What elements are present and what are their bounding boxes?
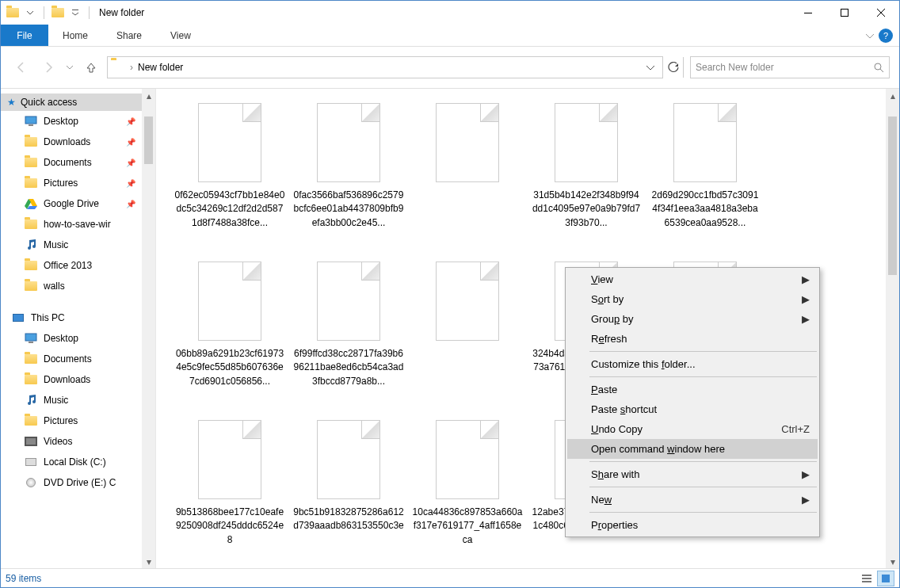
content-scrollbar[interactable]: ▴ ▾	[886, 89, 899, 568]
svg-point-3	[875, 63, 881, 70]
help-icon[interactable]: ?	[879, 29, 893, 43]
sidebar-item-downloads[interactable]: Downloads	[1, 369, 142, 390]
sidebar-item-google-drive[interactable]: Google Drive📌	[1, 193, 142, 214]
this-pc-header[interactable]: This PC	[1, 307, 142, 328]
menu-item-new[interactable]: New▶	[567, 490, 818, 510]
file-item[interactable]: 0fac3566baf536896c2579bcfc6ee01ab4437809…	[289, 97, 408, 255]
sidebar-item-downloads[interactable]: Downloads📌	[1, 132, 142, 152]
search-box[interactable]	[690, 56, 890, 78]
chevron-right-icon[interactable]: ›	[127, 62, 136, 73]
file-icon	[555, 103, 618, 182]
sidebar-item-dvd-drive-e-c[interactable]: DVD Drive (E:) C	[1, 472, 142, 493]
file-item[interactable]: 31d5b4b142e2f348b9f94dd1c4095e97e0a9b79f…	[527, 97, 646, 255]
new-folder-icon[interactable]	[51, 6, 65, 20]
pin-icon: 📌	[126, 117, 135, 126]
minimize-button[interactable]	[790, 1, 826, 25]
qat-dropdown2-icon[interactable]	[68, 6, 82, 20]
statusbar: 59 items	[1, 568, 899, 587]
scroll-thumb[interactable]	[144, 116, 153, 164]
recent-dropdown-icon[interactable]	[64, 56, 75, 78]
address-segment[interactable]: New folder	[136, 62, 185, 73]
menu-item-customize-this-folder-[interactable]: Customize this folder...	[567, 354, 818, 374]
sidebar-scrollbar[interactable]: ▴ ▾	[142, 89, 155, 568]
file-item[interactable]: 9bc51b91832875286a612d739aaadb863153550c…	[289, 414, 408, 568]
scroll-thumb[interactable]	[888, 116, 897, 275]
forward-button[interactable]	[37, 56, 59, 78]
scroll-down-icon[interactable]: ▾	[886, 555, 899, 568]
details-view-button[interactable]	[858, 571, 875, 586]
app-icon	[6, 6, 20, 20]
menu-item-undo-copy[interactable]: Undo CopyCtrl+Z	[567, 419, 818, 439]
tab-view[interactable]: View	[156, 25, 205, 46]
sidebar-item-pictures[interactable]: Pictures	[1, 410, 142, 431]
icons-view-button[interactable]	[877, 571, 894, 586]
sidebar-item-videos[interactable]: Videos	[1, 431, 142, 452]
menu-item-sort-by[interactable]: Sort by▶	[567, 289, 818, 309]
search-icon[interactable]	[873, 62, 884, 73]
sidebar-item-how-to-save-wir[interactable]: how-to-save-wir	[1, 214, 142, 235]
search-input[interactable]	[696, 62, 873, 73]
sidebar-item-office-2013[interactable]: Office 2013	[1, 255, 142, 276]
item-icon	[25, 476, 37, 489]
sidebar-item-documents[interactable]: Documents📌	[1, 152, 142, 173]
item-icon	[25, 177, 37, 189]
tab-share[interactable]: Share	[102, 25, 156, 46]
menu-item-properties[interactable]: Properties	[567, 515, 818, 535]
file-item[interactable]: 06bb89a6291b23cf619734e5c9fec55d85b60763…	[170, 255, 289, 414]
up-button[interactable]	[80, 56, 102, 78]
submenu-arrow-icon: ▶	[802, 468, 810, 480]
item-icon	[25, 373, 37, 386]
context-menu: View▶Sort by▶Group by▶RefreshCustomize t…	[565, 267, 820, 537]
sidebar-item-music[interactable]: Music	[1, 235, 142, 255]
submenu-arrow-icon: ▶	[802, 494, 810, 506]
address-history-icon[interactable]	[642, 63, 659, 71]
item-icon	[25, 115, 37, 128]
quick-access-header[interactable]: ★Quick access	[1, 94, 142, 111]
menu-item-share-with[interactable]: Share with▶	[567, 464, 818, 484]
menu-item-group-by[interactable]: Group by▶	[567, 309, 818, 329]
item-icon	[25, 259, 37, 272]
menu-item-paste[interactable]: Paste	[567, 380, 818, 399]
file-item[interactable]: 10ca44836c897853a660af317e7619177_4aff16…	[408, 414, 527, 568]
menu-item-refresh[interactable]: Refresh	[567, 329, 818, 349]
sidebar-item-music[interactable]: Music	[1, 390, 142, 410]
sidebar-item-label: Documents	[44, 157, 92, 168]
menu-item-paste-shortcut[interactable]: Paste shortcut	[567, 399, 818, 419]
file-item[interactable]: 0f62ec05943cf7bb1e84e0dc5c34269c12df2d2d…	[170, 97, 289, 255]
tab-home[interactable]: Home	[48, 25, 102, 46]
file-tab[interactable]: File	[1, 25, 48, 46]
back-button[interactable]	[10, 56, 32, 78]
window-title: New folder	[99, 7, 144, 18]
scroll-down-icon[interactable]: ▾	[142, 555, 155, 568]
file-item[interactable]: 2d69d290cc1fbd57c30914f34f1eea3aa4818a3e…	[646, 97, 765, 255]
file-item[interactable]: 9b513868bee177c10eafe9250908df245dddc652…	[170, 414, 289, 568]
qat-dropdown-icon[interactable]	[23, 6, 37, 20]
file-item[interactable]	[408, 97, 527, 255]
sidebar-item-documents[interactable]: Documents	[1, 349, 142, 369]
file-icon	[673, 103, 737, 182]
file-name: 2d69d290cc1fbd57c30914f34f1eea3aa4818a3e…	[650, 189, 761, 230]
file-icon	[317, 420, 380, 499]
ribbon-expand-icon[interactable]	[866, 32, 874, 40]
scroll-up-icon[interactable]: ▴	[142, 89, 155, 102]
address-bar[interactable]: › New folder	[107, 56, 663, 78]
ribbon: File Home Share View ?	[1, 25, 899, 47]
scroll-up-icon[interactable]: ▴	[886, 89, 899, 102]
menu-item-view[interactable]: View▶	[567, 269, 818, 289]
submenu-arrow-icon: ▶	[802, 273, 810, 285]
file-item[interactable]: 6f99ffcd38cc28717fa39b696211bae8ed6cb54c…	[289, 255, 408, 414]
sidebar-item-pictures[interactable]: Pictures📌	[1, 173, 142, 193]
sidebar-item-walls[interactable]: walls	[1, 276, 142, 296]
maximize-button[interactable]	[826, 1, 863, 25]
file-pane[interactable]: 0f62ec05943cf7bb1e84e0dc5c34269c12df2d2d…	[156, 89, 886, 568]
close-button[interactable]	[863, 1, 899, 25]
sidebar-item-local-disk-c-[interactable]: Local Disk (C:)	[1, 452, 142, 472]
sidebar-item-desktop[interactable]: Desktop📌	[1, 111, 142, 132]
sidebar-item-label: DVD Drive (E:) C	[44, 477, 116, 488]
file-name: 0f62ec05943cf7bb1e84e0dc5c34269c12df2d2d…	[174, 189, 285, 230]
menu-item-open-command-window-here[interactable]: Open command window here	[567, 439, 818, 459]
address-folder-icon	[111, 60, 125, 74]
sidebar-item-desktop[interactable]: Desktop	[1, 328, 142, 349]
refresh-button[interactable]	[663, 57, 684, 78]
file-item[interactable]	[408, 255, 527, 414]
